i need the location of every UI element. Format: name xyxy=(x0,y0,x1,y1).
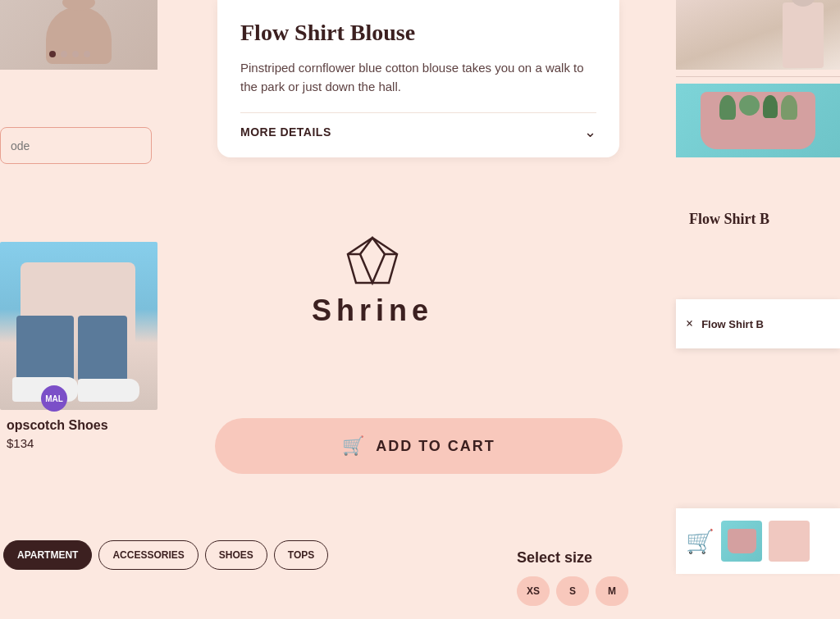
flow-shirt-right-title: Flow Shirt B xyxy=(689,211,769,227)
cart-item-succulent[interactable] xyxy=(721,521,762,562)
size-xs[interactable]: XS xyxy=(517,576,550,606)
plant-2 xyxy=(739,95,760,116)
more-details-label: MORE DETAILS xyxy=(240,125,331,139)
select-size-panel: Select size XS S M xyxy=(504,536,668,619)
cart-notification-bar: × Flow Shirt B xyxy=(676,299,840,348)
cart-icon: 🛒 xyxy=(342,435,364,457)
promo-input-container xyxy=(0,127,152,164)
jeans-left xyxy=(16,316,74,381)
bottom-cart-bar: 🛒 xyxy=(676,508,840,574)
jeans-right xyxy=(78,316,127,381)
product-card: Flow Shirt Blouse Pinstriped cornflower … xyxy=(217,0,619,157)
shrine-label: Shrine xyxy=(312,294,433,328)
plant-1 xyxy=(719,95,736,120)
right-divider xyxy=(676,76,840,77)
shrine-diamond-icon xyxy=(344,234,401,287)
carousel-dot-4[interactable] xyxy=(84,51,90,57)
tab-apartment[interactable]: APARTMENT xyxy=(3,540,92,570)
add-to-cart-button[interactable]: 🛒 ADD TO CART xyxy=(215,418,623,474)
close-notification-button[interactable]: × xyxy=(686,316,693,331)
left-product-image xyxy=(0,242,158,410)
carousel-dot-1[interactable] xyxy=(49,51,56,57)
left-product-info: opscotch Shoes $134 xyxy=(0,418,115,450)
chevron-down-icon: ⌄ xyxy=(584,123,596,141)
right-top-image xyxy=(676,0,840,70)
user-badge: MAL xyxy=(41,385,67,412)
tab-shoes[interactable]: SHOES xyxy=(205,540,267,570)
size-s[interactable]: S xyxy=(556,576,589,606)
svg-marker-0 xyxy=(348,238,397,283)
left-product-name: opscotch Shoes xyxy=(7,418,108,433)
plant-3 xyxy=(763,95,778,118)
add-to-cart-label: ADD TO CART xyxy=(376,438,495,455)
left-product-price: $134 xyxy=(7,436,108,450)
size-options: XS S M xyxy=(517,576,655,606)
right-panel xyxy=(676,0,840,157)
shrine-logo: Shrine xyxy=(312,234,433,328)
more-details-row[interactable]: MORE DETAILS ⌄ xyxy=(240,112,596,141)
tab-tops[interactable]: TOPS xyxy=(274,540,328,570)
succulent-bowl xyxy=(701,92,815,149)
shoe-right xyxy=(78,379,139,402)
notification-text: Flow Shirt B xyxy=(701,318,764,330)
plant-4 xyxy=(781,95,797,120)
size-m[interactable]: M xyxy=(596,576,628,606)
carousel-dot-3[interactable] xyxy=(72,51,79,57)
cart-item-extra[interactable] xyxy=(769,521,810,562)
succulent-image xyxy=(676,84,840,157)
carousel-dot-2[interactable] xyxy=(61,51,67,57)
promo-code-input[interactable] xyxy=(0,127,152,164)
cart-icon-large[interactable]: 🛒 xyxy=(686,528,714,555)
product-title: Flow Shirt Blouse xyxy=(240,20,596,46)
succulent-mini-thumb xyxy=(728,529,756,553)
select-size-title: Select size xyxy=(517,549,655,567)
flow-shirt-right-panel: Flow Shirt B xyxy=(676,197,840,242)
category-tabs: APARTMENT ACCESSORIES SHOES TOPS xyxy=(0,540,331,570)
tab-accessories[interactable]: ACCESSORIES xyxy=(98,540,198,570)
carousel-dots xyxy=(49,51,90,57)
left-top-image xyxy=(0,0,158,70)
product-description: Pinstriped cornflower blue cotton blouse… xyxy=(240,59,596,96)
